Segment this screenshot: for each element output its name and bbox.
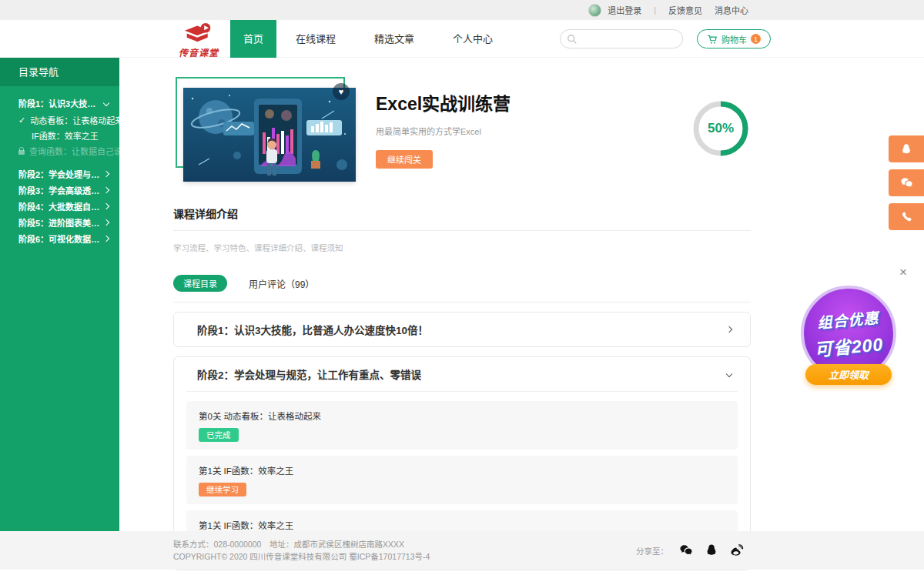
accordion-stage-1: 阶段1：认识3大技能，比普通人办公速度快10倍！ (173, 312, 751, 347)
accordion-stage-2-header[interactable]: 阶段2：学会处理与规范，让工作有重点、零错误 (174, 357, 750, 391)
course-tabs: 课程目录 用户评论（99） (173, 275, 751, 292)
footer-copyright: COPYRIGHT© 2020 四川传音课堂科技有限公司 蜀ICP备170177… (173, 550, 430, 563)
sidebar-lesson-locked[interactable]: 查询函数：让数据自己说话 (0, 143, 119, 159)
sidebar-stage-2[interactable]: 阶段2：学会处理与规范，让工作... (0, 166, 119, 182)
qq-icon (899, 142, 913, 156)
sidebar-title: 目录导航 (0, 58, 119, 86)
chevron-right-icon (103, 171, 109, 177)
chevron-right-icon (103, 219, 109, 226)
top-utility-bar: 退出登录 | 反馈意见 消息中心 (0, 0, 924, 20)
lesson-status-badge[interactable]: 已完成 (199, 428, 239, 442)
tab-catalog[interactable]: 课程目录 (173, 275, 227, 292)
promo-text-line1: 组合优惠 (816, 306, 879, 332)
sidebar-stage-3[interactable]: 阶段3：学会高级透视，拥有同时... (0, 182, 119, 198)
chevron-down-icon (726, 371, 732, 377)
nav-item-home[interactable]: 首页 (230, 20, 276, 58)
phone-contact-button[interactable] (889, 203, 924, 230)
footer-contact: 联系方式：028-0000000 地址：成都市武侯区槐树店南路XXXX (173, 538, 430, 550)
course-cover[interactable]: ♥ (173, 77, 356, 182)
lesson-item-1[interactable]: 第1关 IF函数：效率之王 继续学习 (186, 456, 738, 504)
search-bar: 搜索 (560, 29, 683, 48)
course-cover-illustration (183, 88, 356, 182)
cart-label: 购物车 (721, 33, 747, 45)
accordion-stage-1-header[interactable]: 阶段1：认识3大技能，比普通人办公速度快10倍！ (174, 313, 750, 346)
nav-menu: 首页 在线课程 精选文章 个人中心 (230, 20, 512, 58)
chevron-right-icon (103, 203, 109, 209)
detail-description: 学习流程、学习特色、课程详细介绍、课程须知 (173, 242, 751, 253)
close-icon[interactable]: × (899, 266, 907, 279)
check-icon: ✓ (18, 115, 25, 125)
wechat-icon (899, 176, 914, 190)
lock-icon (18, 150, 25, 155)
qq-contact-button[interactable] (889, 135, 924, 162)
heading-divider (173, 230, 751, 231)
qq-share-icon[interactable] (704, 543, 719, 558)
nav-item-profile[interactable]: 个人中心 (434, 20, 512, 58)
user-avatar[interactable] (588, 4, 601, 17)
continue-button[interactable]: 继续闯关 (376, 150, 433, 169)
course-subtitle: 用最简单实用的方式学Excel (376, 125, 511, 137)
progress-ring: 50% (691, 99, 751, 159)
floating-contact-bar (889, 135, 924, 230)
course-header: ♥ Excel实战训练营 用最简单实用的方式学Excel 继续闯关 50% (173, 77, 751, 182)
sidebar-lesson-done[interactable]: ✓ 动态看板：让表格动起来 (0, 112, 119, 128)
cart-count-badge: 1 (751, 34, 761, 44)
progress-value: 50% (691, 99, 751, 159)
sidebar-stage-6[interactable]: 阶段6：可视化数据分析，帮老板... (0, 231, 119, 246)
heart-icon: ♥ (339, 87, 344, 96)
favorite-button[interactable]: ♥ (333, 83, 350, 100)
search-icon (567, 34, 578, 45)
brand-name: 传音课堂 (169, 45, 228, 59)
promo-widget: × 组合优惠 可省200 立即领取 (785, 266, 913, 393)
promo-text-line2: 可省200 (814, 329, 885, 362)
message-center-link[interactable]: 消息中心 (715, 4, 748, 16)
logout-link[interactable]: 退出登录 (608, 4, 641, 16)
claim-coupon-button[interactable]: 立即领取 (805, 364, 892, 385)
wechat-share-icon[interactable] (678, 543, 694, 558)
page-footer: 联系方式：028-0000000 地址：成都市武侯区槐树店南路XXXX COPY… (0, 531, 924, 570)
nav-item-articles[interactable]: 精选文章 (355, 20, 434, 58)
chevron-right-icon (726, 326, 732, 333)
sidebar-stage-5[interactable]: 阶段5：进阶图表美化，让汇报一... (0, 215, 119, 230)
cart-button[interactable]: 购物车 1 (697, 29, 771, 48)
sidebar-stage-1[interactable]: 阶段1：认识3大技能，比普通人... (0, 94, 119, 112)
lesson-item-0[interactable]: 第0关 动态看板：让表格动起来 已完成 (186, 401, 738, 450)
user-menu[interactable]: 退出登录 (588, 4, 641, 17)
cart-icon (707, 34, 718, 45)
chevron-down-icon (103, 100, 109, 106)
share-label: 分享至： (636, 545, 668, 557)
main-navbar: 传音课堂 CHUANYINKETANG 首页 在线课程 精选文章 个人中心 搜索… (0, 20, 924, 58)
nav-item-courses[interactable]: 在线课程 (276, 20, 355, 58)
sidebar-stage-4[interactable]: 阶段4：大批数据自动统计分析，... (0, 199, 119, 214)
lesson-status-badge[interactable]: 继续学习 (199, 483, 246, 496)
search-input[interactable] (561, 30, 683, 48)
chevron-right-icon (103, 236, 109, 242)
wechat-contact-button[interactable] (889, 169, 924, 196)
chevron-right-icon (103, 187, 109, 193)
brand-logo[interactable]: 传音课堂 CHUANYINKETANG (169, 22, 228, 62)
detail-heading: 课程详细介绍 (173, 206, 751, 221)
weibo-share-icon[interactable] (729, 543, 745, 558)
phone-icon (900, 210, 913, 223)
tabs-divider (173, 302, 751, 303)
sidebar-lesson-current[interactable]: IF函数：效率之王 (0, 128, 119, 143)
catalog-sidebar: 目录导航 阶段1：认识3大技能，比普通人... ✓ 动态看板：让表格动起来 IF… (0, 58, 119, 531)
topbar-divider: | (654, 5, 656, 15)
tab-comments[interactable]: 用户评论（99） (249, 277, 314, 290)
graduation-cap-icon (182, 22, 216, 43)
course-title: Excel实战训练营 (376, 89, 511, 115)
feedback-link[interactable]: 反馈意见 (668, 4, 702, 16)
